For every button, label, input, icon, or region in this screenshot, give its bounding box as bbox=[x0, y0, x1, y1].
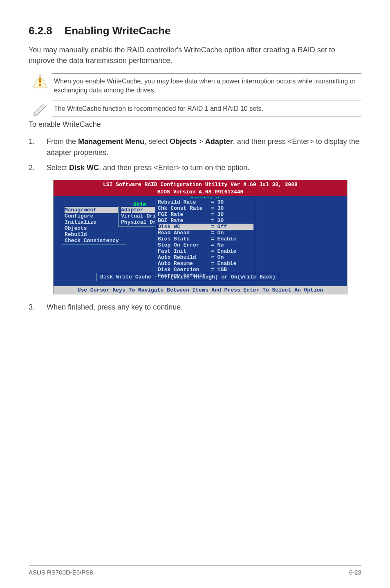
val: = Off bbox=[211, 224, 227, 230]
prop-row: Bios State= Enable bbox=[158, 236, 253, 242]
step-3: 3. When finished, press any key to conti… bbox=[29, 302, 361, 313]
lbl: FGI Rate bbox=[158, 211, 211, 218]
step-num: 2. bbox=[29, 162, 47, 173]
steps-list: 1. From the Management Menu, select Obje… bbox=[29, 136, 361, 173]
lbl: Stop On Error bbox=[158, 242, 211, 248]
lbl: Read Ahead bbox=[158, 230, 211, 236]
val: = On bbox=[211, 230, 224, 236]
text: , select bbox=[144, 137, 170, 146]
footer-left: ASUS RS700D-E6/PS8 bbox=[29, 569, 93, 576]
lbl: Auto Resume bbox=[158, 260, 211, 267]
val: = 30 bbox=[211, 199, 224, 205]
val: = Enable bbox=[211, 236, 236, 242]
val: = On bbox=[211, 254, 224, 260]
val: = 1GB bbox=[211, 267, 227, 273]
lbl: Disk Coercion bbox=[158, 267, 211, 273]
adapter-properties: Rebuild Rate= 30 Chk Const Rate= 30 FGI … bbox=[155, 198, 256, 280]
menu-item: Physical Dri bbox=[121, 219, 160, 225]
step-2: 2. Select Disk WC, and then press <Enter… bbox=[29, 162, 361, 173]
step-num: 1. bbox=[29, 136, 47, 158]
lbl: Fast Init bbox=[158, 248, 211, 254]
bios-footer: Use Cursor Keys To Navigate Between Item… bbox=[54, 286, 347, 294]
prop-row: FGI Rate= 30 bbox=[158, 211, 253, 218]
status-box: Disk Write Cache - Off(Write Through) or… bbox=[96, 273, 279, 281]
warning-icon bbox=[29, 73, 52, 90]
bios-header: LSI Software RAID Configuration Utility … bbox=[54, 180, 347, 196]
menu-item: Management bbox=[65, 207, 123, 213]
enable-intro: To enable WriteCache bbox=[29, 120, 361, 129]
info-note-row: The WriteCache function is recommended f… bbox=[29, 101, 361, 117]
lbl: Chk Const Rate bbox=[158, 205, 211, 211]
prop-row: Chk Const Rate= 30 bbox=[158, 205, 253, 211]
val: = 30 bbox=[211, 205, 224, 211]
bold: Adapter bbox=[205, 137, 233, 146]
bold: Management Menu bbox=[78, 137, 144, 146]
bold: Disk WC bbox=[69, 164, 99, 172]
menu-item: Initialize bbox=[65, 219, 123, 225]
lbl: Auto Rebuild bbox=[158, 254, 211, 260]
menu-item: Rebuild bbox=[65, 231, 123, 238]
text: > bbox=[197, 137, 205, 146]
val: = Enable bbox=[211, 248, 236, 254]
lbl: BGI Rate bbox=[158, 218, 211, 224]
info-text: The WriteCache function is recommended f… bbox=[52, 101, 361, 117]
bios-screenshot: LSI Software RAID Configuration Utility … bbox=[53, 180, 347, 294]
step-text: When finished, press any key to continue… bbox=[47, 302, 183, 313]
warning-text: When you enable WriteCache, you may lose… bbox=[52, 73, 361, 98]
step-1: 1. From the Management Menu, select Obje… bbox=[29, 136, 361, 158]
lbl: Disk WC bbox=[158, 224, 211, 230]
val: = No bbox=[211, 242, 224, 248]
steps-list-2: 3. When finished, press any key to conti… bbox=[29, 302, 361, 313]
val: = Enable bbox=[211, 260, 236, 267]
heading-number: 6.2.8 bbox=[29, 25, 52, 37]
menu-item: Check Consistency bbox=[65, 238, 123, 244]
step-text: Select Disk WC, and then press <Enter> t… bbox=[47, 162, 249, 173]
menu-item: Objects bbox=[65, 225, 123, 231]
prop-row: Auto Rebuild= On bbox=[158, 254, 253, 260]
section-heading: 6.2.8Enabling WriteCache bbox=[29, 25, 361, 37]
step-num: 3. bbox=[29, 302, 47, 313]
prop-row-selected: Disk WC= Off bbox=[158, 224, 253, 230]
lbl: Rebuild Rate bbox=[158, 199, 211, 205]
menu-item: Virtual Driv bbox=[121, 213, 160, 219]
val: = 30 bbox=[211, 211, 224, 218]
warning-note-row: When you enable WriteCache, you may lose… bbox=[29, 73, 361, 98]
prop-row: Auto Resume= Enable bbox=[158, 260, 253, 267]
step-text: From the Management Menu, select Objects… bbox=[47, 136, 361, 158]
prop-row: BGI Rate= 30 bbox=[158, 218, 253, 224]
bios-title-2: BIOS Version A.08.09161344R bbox=[54, 189, 347, 196]
svg-point-0 bbox=[39, 77, 41, 83]
bios-body: Adapter 0 Obje Management Configure Init… bbox=[54, 196, 347, 286]
text: , and then press <Enter> to turn on the … bbox=[99, 164, 249, 172]
pencil-icon bbox=[29, 101, 52, 116]
bios-title-1: LSI Software RAID Configuration Utility … bbox=[54, 181, 347, 189]
footer-right: 6-23 bbox=[349, 569, 361, 576]
val: = 30 bbox=[211, 218, 224, 224]
management-menu: Management Configure Initialize Objects … bbox=[62, 206, 126, 245]
svg-point-1 bbox=[39, 84, 41, 86]
menu-item: Configure bbox=[65, 213, 123, 219]
intro-paragraph: You may manually enable the RAID control… bbox=[29, 45, 361, 66]
heading-title: Enabling WriteCache bbox=[65, 25, 171, 37]
text: Select bbox=[47, 164, 69, 172]
prop-row: Disk Coercion= 1GB bbox=[158, 267, 253, 273]
lbl: Bios State bbox=[158, 236, 211, 242]
menu-item: Adapter bbox=[121, 207, 160, 213]
text: From the bbox=[47, 137, 78, 146]
page-footer: ASUS RS700D-E6/PS8 6-23 bbox=[29, 565, 361, 576]
prop-row: Stop On Error= No bbox=[158, 242, 253, 248]
bold: Objects bbox=[170, 137, 197, 146]
prop-row: Rebuild Rate= 30 bbox=[158, 199, 253, 205]
prop-row: Read Ahead= On bbox=[158, 230, 253, 236]
prop-row: Fast Init= Enable bbox=[158, 248, 253, 254]
